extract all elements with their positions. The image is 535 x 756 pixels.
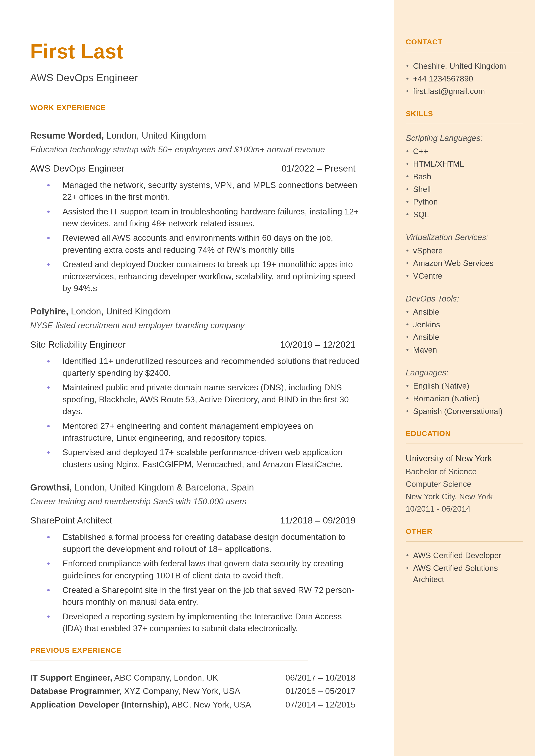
bullet: Maintained public and private domain nam… [30,381,360,417]
bullet: Established a formal process for creatin… [30,531,360,555]
previous-dates: 07/2014 – 12/2015 [286,699,355,711]
previous-left: IT Support Engineer, ABC Company, London… [30,672,218,684]
skill-item: VCentre [406,270,523,282]
skill-item: Amazon Web Services [406,258,523,269]
role-title: Site Reliability Engineer [30,338,126,351]
company-desc: Education technology startup with 50+ em… [30,144,375,156]
divider [406,52,523,52]
job-company-line: Growthsi, London, United Kingdom & Barce… [30,481,375,494]
company-desc: Career training and membership SaaS with… [30,495,375,508]
company-name: Resume Worded, [30,130,104,141]
role-dates: 10/2019 – 12/2021 [280,338,355,351]
previous-left: Database Programmer, XYZ Company, New Yo… [30,685,240,697]
bullet: Enforced compliance with federal laws th… [30,557,360,581]
company-location: London, United Kingdom [104,130,206,141]
candidate-title: AWS DevOps Engineer [30,70,375,85]
skills-group-title: Virtualization Services: [406,232,523,243]
company-name: Polyhire, [30,306,68,316]
other-item: AWS Certified Developer [406,550,523,561]
bullet: Managed the network, security systems, V… [30,179,360,203]
skill-item: C++ [406,146,523,157]
company-location: London, United Kingdom [68,306,170,316]
section-other: OTHER [406,526,523,537]
previous-dates: 06/2017 – 10/2018 [286,672,355,684]
role-row: Site Reliability Engineer 10/2019 – 12/2… [30,338,355,351]
section-contact: CONTACT [406,37,523,47]
skills-group-title: Scripting Languages: [406,132,523,144]
skill-item: English (Native) [406,380,523,392]
job-bullets: Identified 11+ underutilized resources a… [30,355,360,470]
skill-item: SQL [406,209,523,220]
skill-item: Shell [406,184,523,195]
section-skills: SKILLS [406,108,523,119]
section-previous-experience: PREVIOUS EXPERIENCE [30,645,375,656]
section-education: EDUCATION [406,428,523,439]
divider [406,124,523,124]
main-column: First Last AWS DevOps Engineer WORK EXPE… [0,0,394,756]
contact-list: Cheshire, United Kingdom +44 1234567890 … [406,61,523,97]
bullet: Created a Sharepoint site in the first y… [30,584,360,608]
education-university: University of New York [406,452,523,464]
previous-title: Database Programmer, [30,686,122,696]
section-work-experience: WORK EXPERIENCE [30,102,375,113]
skill-item: Maven [406,344,523,356]
previous-loc: ABC Company, London, UK [112,673,218,682]
previous-row: Application Developer (Internship), ABC,… [30,699,355,711]
contact-email: first.last@gmail.com [406,86,523,97]
skill-item: Spanish (Conversational) [406,406,523,417]
role-title: AWS DevOps Engineer [30,162,124,175]
skill-item: Jenkins [406,319,523,331]
role-row: AWS DevOps Engineer 01/2022 – Present [30,162,355,175]
previous-title: Application Developer (Internship), [30,700,170,709]
skill-item: HTML/XHTML [406,159,523,170]
previous-title: IT Support Engineer, [30,673,112,682]
bullet: Developed a reporting system by implemen… [30,610,360,634]
role-dates: 11/2018 – 09/2019 [280,514,355,527]
sidebar-column: CONTACT Cheshire, United Kingdom +44 123… [394,0,535,756]
skill-item: Bash [406,171,523,182]
job-company-line: Resume Worded, London, United Kingdom [30,129,375,142]
skill-item: Ansible [406,306,523,318]
contact-phone: +44 1234567890 [406,73,523,85]
divider [30,118,308,118]
divider [406,443,523,444]
bullet: Created and deployed Docker containers t… [30,258,360,294]
education-dates: 10/2011 - 06/2014 [406,503,523,515]
other-list: AWS Certified Developer AWS Certified So… [406,550,523,585]
skills-list: C++ HTML/XHTML Bash Shell Python SQL [406,146,523,220]
contact-location: Cheshire, United Kingdom [406,61,523,72]
education-block: University of New York Bachelor of Scien… [406,452,523,515]
company-name: Growthsi, [30,482,72,492]
job-company-line: Polyhire, London, United Kingdom [30,305,375,318]
skills-list: English (Native) Romanian (Native) Spani… [406,380,523,417]
company-location: London, United Kingdom & Barcelona, Spai… [72,482,254,492]
previous-loc: ABC, New York, USA [170,700,251,709]
bullet: Assisted the IT support team in troubles… [30,206,360,230]
skills-list: Ansible Jenkins Ansible Maven [406,306,523,355]
role-row: SharePoint Architect 11/2018 – 09/2019 [30,514,355,527]
divider [30,660,308,661]
skill-item: Romanian (Native) [406,393,523,405]
role-dates: 01/2022 – Present [282,162,355,175]
education-location: New York City, New York [406,491,523,503]
previous-left: Application Developer (Internship), ABC,… [30,699,251,711]
other-item: AWS Certified Solutions Architect [406,563,523,585]
skill-item: Ansible [406,332,523,343]
previous-row: IT Support Engineer, ABC Company, London… [30,672,355,684]
skills-group-title: Languages: [406,367,523,378]
job-bullets: Established a formal process for creatin… [30,531,360,634]
skills-list: vSphere Amazon Web Services VCentre [406,245,523,282]
company-desc: NYSE-listed recruitment and employer bra… [30,320,375,332]
resume-page: First Last AWS DevOps Engineer WORK EXPE… [0,0,535,756]
education-degree: Bachelor of Science [406,466,523,478]
role-title: SharePoint Architect [30,514,112,527]
candidate-name: First Last [30,37,375,66]
previous-loc: XYZ Company, New York, USA [122,686,240,696]
bullet: Reviewed all AWS accounts and environmen… [30,232,360,256]
previous-row: Database Programmer, XYZ Company, New Yo… [30,685,355,697]
skill-item: vSphere [406,245,523,257]
bullet: Identified 11+ underutilized resources a… [30,355,360,379]
divider [406,541,523,542]
education-field: Computer Science [406,478,523,490]
previous-dates: 01/2016 – 05/2017 [286,685,355,697]
